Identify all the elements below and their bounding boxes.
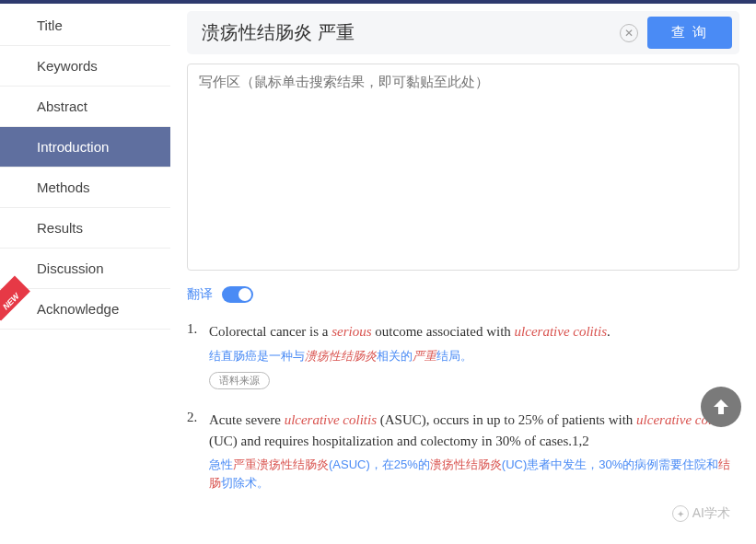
result-chinese: 结直肠癌是一种与溃疡性结肠炎相关的严重结局。: [209, 347, 739, 365]
query-button[interactable]: 查 询: [647, 17, 732, 49]
sidebar-item-keywords[interactable]: Keywords: [0, 46, 170, 87]
translate-label: 翻译: [187, 286, 213, 303]
writing-area[interactable]: [187, 64, 739, 271]
sidebar-item-introduction[interactable]: Introduction: [0, 127, 170, 168]
result-english: Acute severe ulcerative colitis (ASUC), …: [209, 410, 739, 451]
result-body: Acute severe ulcerative colitis (ASUC), …: [209, 410, 739, 492]
search-bar: ✕ 查 询: [187, 11, 739, 54]
watermark: ✦ AI学术: [672, 505, 730, 522]
source-button[interactable]: 语料来源: [209, 372, 270, 389]
result-body: Colorectal cancer is a serious outcome a…: [209, 321, 739, 389]
result-chinese: 急性严重溃疡性结肠炎(ASUC)，在25%的溃疡性结肠炎(UC)患者中发生，30…: [209, 456, 739, 492]
clear-icon[interactable]: ✕: [620, 24, 638, 42]
scroll-top-button[interactable]: [701, 387, 741, 427]
result-item[interactable]: 1. Colorectal cancer is a serious outcom…: [187, 321, 739, 389]
arrow-up-icon: [710, 396, 732, 418]
translate-toggle[interactable]: [222, 286, 253, 303]
sidebar-item-abstract[interactable]: Abstract: [0, 87, 170, 127]
toggle-knob: [238, 288, 251, 301]
sidebar-item-methods[interactable]: Methods: [0, 168, 170, 208]
search-input[interactable]: [194, 18, 611, 47]
sidebar-item-title[interactable]: Title: [0, 6, 170, 46]
sidebar-item-discussion[interactable]: Discussion: [0, 249, 170, 289]
wechat-icon: ✦: [672, 505, 689, 522]
translate-row: 翻译: [187, 286, 739, 303]
sidebar-item-label: Acknowledge: [37, 301, 119, 317]
main-panel: ✕ 查 询 翻译 1. Colorectal cancer is a serio…: [170, 0, 756, 544]
result-number: 1.: [187, 321, 209, 389]
result-english: Colorectal cancer is a serious outcome a…: [209, 321, 739, 342]
sidebar-item-acknowledge[interactable]: NEW Acknowledge: [0, 289, 170, 330]
result-number: 2.: [187, 410, 209, 492]
results-list: 1. Colorectal cancer is a serious outcom…: [187, 321, 739, 492]
watermark-text: AI学术: [692, 505, 730, 522]
sidebar: Title Keywords Abstract Introduction Met…: [0, 0, 170, 544]
result-item[interactable]: 2. Acute severe ulcerative colitis (ASUC…: [187, 410, 739, 492]
sidebar-item-results[interactable]: Results: [0, 208, 170, 249]
